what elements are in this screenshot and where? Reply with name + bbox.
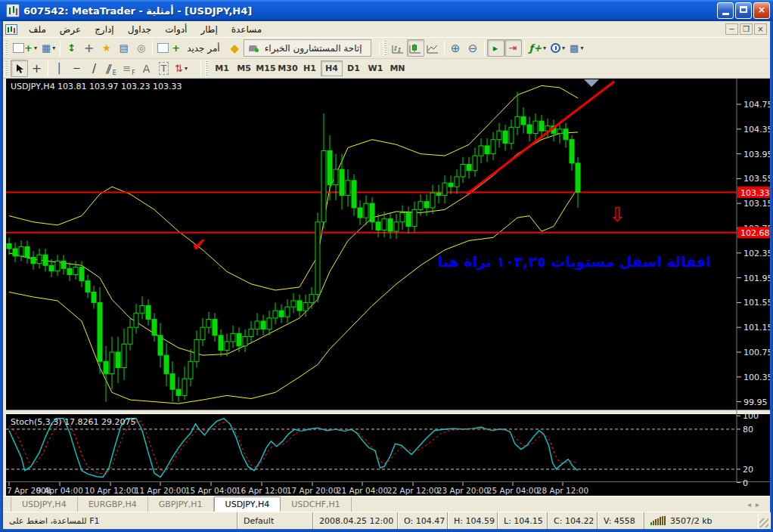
chart-tab-usdchf-h1-4[interactable]: USDCHF,H1: [281, 497, 352, 512]
chart-shift-icon: ⇥: [509, 42, 517, 54]
crosshair-button[interactable]: +: [28, 60, 45, 77]
templates-button[interactable]: ▩▾: [567, 39, 585, 57]
chart-shift-button[interactable]: ⇥: [504, 39, 522, 57]
window-border-right: [770, 21, 773, 529]
window-title: 607542: MetaTrader - أمثلية - [USDJPY,H4…: [23, 5, 252, 17]
bar-chart-icon: [392, 43, 404, 54]
stoch-scale-label: 80: [743, 425, 753, 435]
zoom-in-button[interactable]: ⊕: [447, 39, 464, 57]
mdi-restore-button[interactable]: ❐: [740, 23, 753, 35]
status-low: L: 104.15: [498, 512, 548, 529]
arrows-button[interactable]: ⇅▾: [172, 60, 190, 77]
menu-help[interactable]: مساعدة: [225, 23, 269, 36]
expert-advisors-button[interactable]: إتاحة المستشارون الخبراء: [244, 39, 371, 57]
auto-scroll-button[interactable]: ▸: [487, 39, 504, 57]
status-bar: للمساعدة، اضغط على F1 Default 2008.04.25…: [3, 512, 770, 529]
navigator-icon: ★: [102, 42, 111, 54]
data-window-button[interactable]: +: [80, 39, 98, 57]
chevron-down-icon: ▾: [543, 45, 546, 51]
line-chart-icon: [427, 43, 439, 54]
vertical-line-icon: │: [57, 63, 63, 74]
minimize-button[interactable]: [717, 2, 734, 19]
title-bar: 607542: MetaTrader - أمثلية - [USDJPY,H4…: [0, 0, 773, 21]
status-profile[interactable]: Default: [237, 512, 313, 529]
mdi-minimize-button[interactable]: −: [725, 23, 738, 35]
timeframe-m15[interactable]: M15: [255, 60, 277, 76]
menu-view[interactable]: عرض: [53, 23, 88, 36]
chevron-down-icon: ▾: [580, 45, 583, 51]
chart-tab-eurgbp-h4-1[interactable]: EURGBP,H4: [78, 497, 148, 512]
chart-annotation: اقفالة اسفل مستويات ١٠٣,٢٥ نراة هنا: [438, 253, 711, 271]
timeframe-mn[interactable]: MN: [386, 60, 408, 76]
chart-tab-usdjpy-h4-3[interactable]: USDJPY,H4: [214, 496, 281, 512]
tab-scroll-right-icon[interactable]: ▸: [756, 500, 759, 509]
zoom-out-button[interactable]: ⊖: [464, 39, 482, 57]
toolbar-grip[interactable]: [5, 41, 8, 56]
vertical-line-button[interactable]: │: [51, 60, 68, 77]
terminal-button[interactable]: ▤: [115, 39, 132, 57]
time-axis-label: 11 Apr 20:00: [135, 486, 186, 495]
bar-chart-button[interactable]: [390, 39, 407, 57]
text-button[interactable]: A: [138, 60, 155, 77]
menu-window[interactable]: إطار: [194, 23, 224, 36]
price-tick-label: 103.55: [744, 174, 770, 184]
chart-tab-usdjpy-h4-0[interactable]: USDJPY,H4: [11, 497, 78, 512]
chart-tab-gbpjpy-h1-2[interactable]: GBPJPY,H1: [148, 497, 214, 512]
menu-charts[interactable]: جداول: [121, 23, 159, 36]
market-watch-button[interactable]: ↕: [63, 39, 80, 57]
trendline-button[interactable]: /: [85, 60, 103, 77]
maximize-icon: [740, 6, 747, 13]
resize-grip[interactable]: [758, 512, 770, 529]
toolbar-separator: [444, 41, 445, 56]
profiles-button[interactable]: ▦▾: [39, 39, 57, 57]
toolbar-grip[interactable]: [205, 61, 208, 76]
time-axis-label: 15 Apr 04:00: [185, 486, 237, 495]
toolbar-grip[interactable]: [5, 61, 8, 76]
timeframe-m30[interactable]: M30: [277, 60, 299, 76]
timeframe-m1[interactable]: M1: [211, 60, 233, 76]
zoom-in-icon: ⊕: [451, 42, 461, 55]
connection-bars-icon: [650, 516, 666, 525]
menu-file[interactable]: ملف: [22, 23, 53, 36]
text-label-button[interactable]: T: [155, 60, 172, 77]
fibonacci-button[interactable]: ≡F: [120, 60, 138, 77]
timeframe-d1[interactable]: D1: [343, 60, 365, 76]
price-chart-canvas[interactable]: ✔⇩اقفالة اسفل مستويات ١٠٣,٢٥ نراة هناUSD…: [6, 79, 770, 496]
time-axis-label: 9 Apr 04:00: [36, 486, 83, 495]
new-order-button[interactable]: + أمر جديد: [155, 39, 225, 57]
toolbar-grip[interactable]: [383, 41, 386, 56]
horizontal-line-button[interactable]: ─: [68, 60, 85, 77]
trendline-icon: /: [92, 62, 96, 76]
standard-toolbar: +▾ ▦▾ ↕ + ★ ▤ ◎ + أمر جديد ◆ إتاحة المست…: [3, 38, 770, 59]
periods-button[interactable]: ▾: [548, 39, 567, 57]
menu-bar: ملف عرض إدارج جداول أدوات إطار مساعدة − …: [3, 21, 770, 38]
chevron-down-icon: ▾: [34, 45, 37, 51]
price-tick-label: 101.95: [744, 274, 770, 283]
timeframe-h1[interactable]: H1: [299, 60, 321, 76]
price-tick-label: 102.35: [744, 249, 770, 258]
menu-insert[interactable]: إدارج: [88, 23, 121, 36]
metaeditor-button[interactable]: ◆: [226, 39, 244, 57]
price-tick-label: 100.75: [744, 348, 770, 357]
toolbar-separator: [152, 41, 153, 56]
close-button[interactable]: ×: [753, 2, 770, 19]
menu-tools[interactable]: أدوات: [158, 23, 194, 36]
stoch-scale-label: 20: [743, 465, 753, 475]
price-tick-label: 104.75: [744, 100, 770, 110]
timeframe-m5[interactable]: M5: [233, 60, 255, 76]
indicators-button[interactable]: ƒ+▾: [527, 39, 549, 57]
timeframe-w1[interactable]: W1: [365, 60, 386, 76]
candlestick-chart-button[interactable]: [407, 39, 424, 57]
chevron-down-icon: ▾: [562, 45, 565, 51]
mdi-close-button[interactable]: ×: [754, 23, 767, 35]
maximize-button[interactable]: [735, 2, 752, 19]
new-chart-button[interactable]: +▾: [11, 39, 39, 57]
price-tick-label: 99.95: [744, 397, 768, 407]
cursor-button[interactable]: [11, 60, 28, 77]
timeframe-h4[interactable]: H4: [321, 60, 343, 76]
tab-scroll-left-icon[interactable]: ◂: [747, 500, 751, 509]
line-chart-button[interactable]: [424, 39, 442, 57]
channel-button[interactable]: ∥E: [103, 60, 120, 77]
strategy-tester-button[interactable]: ◎: [132, 39, 150, 57]
navigator-button[interactable]: ★: [98, 39, 115, 57]
